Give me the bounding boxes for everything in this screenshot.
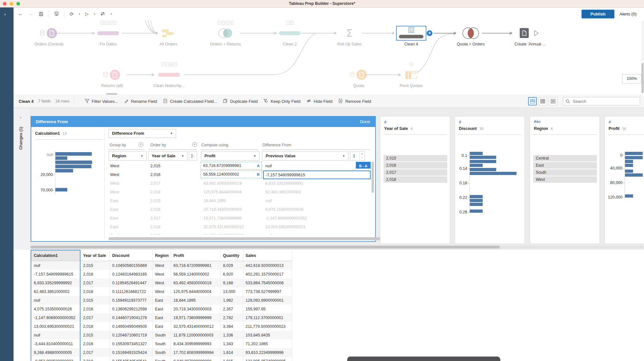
settings-sliders-icon[interactable] — [100, 12, 105, 16]
grid-cell[interactable]: West — [152, 270, 171, 278]
dialog-row[interactable]: South 2,015 11,879.120000000003null — [108, 231, 404, 235]
dialog-row[interactable]: West 2,015 63,716.67209999981AnullB - A — [108, 162, 404, 171]
grid-cell[interactable]: 1,614 — [220, 348, 243, 357]
flow-node-clean-notes-ap[interactable]: ≡×@✎ Clean Notes/Ap... — [150, 62, 188, 88]
grid-view-button[interactable] — [538, 97, 547, 105]
grid-cell[interactable]: West — [152, 261, 171, 270]
difference-from-select[interactable]: Previous Value▼ — [262, 151, 348, 161]
flow-node-clean-4[interactable]: Clean 4 — [392, 21, 431, 46]
grid-cell[interactable]: 2,017 — [80, 348, 109, 357]
grid-cell[interactable]: South — [152, 331, 171, 339]
histogram-bar[interactable] — [625, 152, 643, 155]
macos-dock[interactable] — [347, 356, 500, 361]
histogram-bar[interactable] — [55, 165, 91, 168]
grid-cell[interactable]: 2,015 — [80, 331, 109, 339]
profile-card-discount[interactable]: # Discount16 0.1 0.14 0.18 0.22 0.26 — [455, 116, 525, 244]
grid-cell[interactable]: 1,343 — [220, 339, 243, 348]
grid-cell[interactable]: East — [152, 322, 171, 331]
flow-scrollbar-thumb[interactable] — [641, 63, 644, 93]
grid-cell[interactable]: 93,610.22349999996 — [243, 348, 292, 357]
grid-column-header-sales[interactable]: Sales — [243, 250, 292, 261]
order-by-select[interactable]: Year of Sale▼ — [148, 151, 187, 161]
grid-cell[interactable]: 0.13606299212598 — [109, 305, 152, 313]
grid-cell[interactable]: 13,000 — [220, 287, 243, 296]
dialog-hscrollbar-track[interactable] — [109, 237, 402, 240]
grid-cell[interactable]: 2,017 — [80, 278, 109, 287]
sort-order-button[interactable]: AZ↓ — [189, 151, 197, 161]
grid-cell[interactable]: 2,016 — [80, 339, 109, 348]
histogram-bar[interactable] — [470, 199, 483, 202]
undo-button[interactable]: ← — [18, 11, 23, 16]
grid-cell[interactable]: 0.12483164983165 — [109, 270, 152, 278]
grid-column-header-region[interactable]: Region — [152, 250, 171, 261]
histogram-bar[interactable] — [470, 168, 496, 171]
grid-cell[interactable]: West — [152, 278, 171, 287]
grid-cell[interactable]: South — [152, 348, 171, 357]
add-step-button[interactable]: + — [427, 30, 432, 36]
publish-button[interactable]: Publish — [582, 10, 614, 18]
filter-values-button[interactable]: Filter Values... — [85, 99, 118, 104]
histogram-bar[interactable] — [470, 160, 496, 163]
grid-cell[interactable]: 2,015 — [80, 261, 109, 270]
grid-cell[interactable]: null — [31, 296, 80, 305]
grid-cell[interactable]: 11,879.120000000003 — [171, 331, 220, 339]
list-view-button[interactable] — [549, 97, 557, 105]
grid-cell[interactable]: 0.15949119373777 — [109, 296, 152, 305]
profile-card-profit[interactable]: # Profit16 0 40,000 80,000 120,000 — [604, 116, 644, 244]
flow-node-pivot-quotas[interactable]: A Pivot Quotas — [392, 62, 431, 88]
grid-cell[interactable]: 8,848.907899999998 — [171, 357, 220, 361]
grid-cell[interactable]: null — [31, 331, 80, 339]
flow-node-quota[interactable]: Quota — [339, 62, 378, 88]
grid-cell[interactable]: 0.15530973451327 — [109, 339, 152, 348]
profile-hscrollbar-thumb[interactable] — [31, 246, 500, 249]
grid-cell[interactable]: 0.11954526491447 — [109, 278, 152, 287]
group-by-select[interactable]: Region▼ — [109, 151, 147, 161]
grid-cell[interactable]: 2,015 — [80, 296, 109, 305]
grid-cell[interactable]: 0.15540540540541 — [109, 357, 152, 361]
grid-cell[interactable]: 122,905.85749999995 — [243, 357, 292, 361]
hide-field-button[interactable]: Hide Field — [306, 99, 333, 104]
grid-cell[interactable]: 3,364 — [220, 322, 243, 331]
histogram-bar[interactable] — [470, 195, 483, 198]
histogram-bar[interactable] — [625, 164, 633, 167]
settings-dropdown-icon[interactable]: ▾ — [110, 13, 112, 15]
grid-cell[interactable]: 2,018 — [80, 322, 109, 331]
grid-cell[interactable]: 56,559.1240000002 — [171, 270, 220, 278]
grid-cell[interactable]: 0.15169491525424 — [109, 348, 152, 357]
flow-node-quota-orders[interactable]: Quota + Orders — [451, 21, 490, 46]
grid-cell[interactable]: 2,782 — [220, 313, 243, 322]
grid-cell[interactable]: 0.12048710601719 — [109, 331, 152, 339]
grid-cell[interactable]: 2,018 — [80, 357, 109, 361]
grid-cell[interactable]: 32,575.431400000012 — [171, 322, 220, 331]
grid-cell[interactable]: 13,003.695300000021 — [31, 322, 80, 331]
grid-cell[interactable]: 8,434.309599999993 — [171, 339, 220, 348]
histogram-bar[interactable] — [55, 188, 67, 191]
field-value-pill[interactable]: 2,017 — [384, 169, 447, 176]
grid-cell[interactable]: 4,075.153500000026 — [31, 305, 80, 313]
histogram-bar[interactable] — [470, 164, 483, 167]
grid-cell[interactable]: 0.10450560155869 — [109, 261, 152, 270]
field-value-pill[interactable]: Central — [533, 155, 597, 161]
grid-cell[interactable]: 155,997.65 — [243, 305, 292, 313]
dialog-vscrollbar[interactable] — [372, 162, 374, 193]
grid-cell[interactable]: West — [152, 287, 171, 296]
flow-node-returns-all[interactable]: Returns (all) — [93, 62, 131, 88]
done-button[interactable]: Done — [360, 117, 370, 127]
grid-column-header-discount[interactable]: Discount — [109, 250, 152, 261]
refresh-dropdown-icon[interactable]: ▾ — [79, 13, 80, 15]
save-icon[interactable] — [39, 12, 43, 16]
grid-column-header-profit[interactable]: Profit — [171, 250, 220, 261]
grid-cell[interactable]: 16,644.1895 — [171, 296, 220, 305]
grid-cell[interactable]: 9,168 — [220, 278, 243, 287]
dialog-header[interactable]: Difference From Done — [31, 117, 375, 127]
refresh-icon[interactable]: ⟳ — [70, 12, 74, 16]
expand-pane-icon[interactable]: › — [4, 11, 6, 17]
histogram-bar[interactable] — [625, 173, 643, 177]
profile-card-region[interactable]: Abc Region4 CentralEastSouthWest — [530, 116, 600, 244]
grid-cell[interactable]: 63,492.45930000019 — [171, 278, 220, 287]
grid-column-header-quantity[interactable]: Quantity — [220, 250, 243, 261]
flow-node-orders-returns[interactable]: ≡▽×A Orders + Returns — [206, 21, 245, 46]
dialog-row[interactable]: East 2,018 32,575.43140000001213,003.695… — [108, 223, 404, 231]
run-dropdown-icon[interactable]: ▾ — [94, 13, 95, 15]
grid-cell[interactable]: 2,357 — [220, 305, 243, 313]
